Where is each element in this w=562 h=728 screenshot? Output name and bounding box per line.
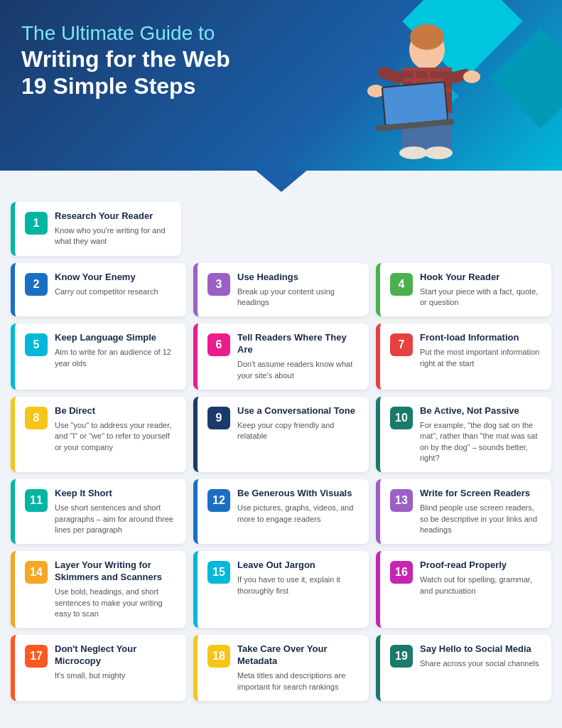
card-title-16: Proof-read Properly <box>420 560 541 572</box>
card-title-3: Use Headings <box>237 272 359 284</box>
step-card-14: 14 Layer Your Writing for Skimmers and S… <box>11 551 186 628</box>
step-badge-13: 13 <box>390 489 413 512</box>
card-content-17: Don't Neglect Your Microcopy It's small,… <box>55 643 176 681</box>
card-desc-4: Start your piece with a fact, quote, or … <box>420 287 541 309</box>
card-title-15: Leave Out Jargon <box>237 560 359 572</box>
card-title-11: Keep It Short <box>55 488 176 500</box>
card-content-18: Take Care Over Your Metadata Meta titles… <box>237 643 359 692</box>
row-1: 1 Research Your Reader Know who you're w… <box>11 202 551 256</box>
step-badge-11: 11 <box>25 489 48 512</box>
card-content-6: Tell Readers Where They Are Don't assume… <box>237 332 359 381</box>
step-badge-17: 17 <box>25 645 48 668</box>
card-content-4: Hook Your Reader Start your piece with a… <box>420 272 541 309</box>
step-card-1: 1 Research Your Reader Know who you're w… <box>11 202 181 256</box>
card-title-17: Don't Neglect Your Microcopy <box>55 643 176 668</box>
card-desc-11: Use short sentences and short paragraphs… <box>55 503 176 535</box>
step-card-18: 18 Take Care Over Your Metadata Meta tit… <box>193 635 369 701</box>
step-card-2: 2 Know Your Enemy Carry out competitor r… <box>11 263 186 317</box>
step-badge-10: 10 <box>390 407 413 429</box>
step-badge-16: 16 <box>390 561 413 584</box>
row-5: 11 Keep It Short Use short sentences and… <box>11 479 551 544</box>
step-card-5: 5 Keep Language Simple Aim to write for … <box>11 323 186 390</box>
svg-point-10 <box>399 146 428 159</box>
header-title: The Ultimate Guide to Writing for the We… <box>21 21 320 100</box>
step-badge-6: 6 <box>207 333 230 356</box>
step-badge-2: 2 <box>25 273 48 296</box>
step-badge-9: 9 <box>207 407 230 429</box>
step-card-17: 17 Don't Neglect Your Microcopy It's sma… <box>11 635 186 701</box>
step-card-9: 9 Use a Conversational Tone Keep your co… <box>193 397 369 472</box>
card-title-6: Tell Readers Where They Are <box>237 332 359 356</box>
card-title-14: Layer Your Writing for Skimmers and Scan… <box>55 560 176 584</box>
card-desc-14: Use bold, headings, and short sentences … <box>55 587 176 619</box>
step-card-3: 3 Use Headings Break up your content usi… <box>193 263 369 317</box>
step-badge-3: 3 <box>207 273 230 296</box>
step-badge-14: 14 <box>25 561 48 584</box>
steps-grid: 1 Research Your Reader Know who you're w… <box>0 195 562 722</box>
card-content-13: Write for Screen Readers Blind people us… <box>420 488 541 535</box>
row-7: 17 Don't Neglect Your Microcopy It's sma… <box>11 635 551 701</box>
step-badge-19: 19 <box>390 645 413 668</box>
step-card-16: 16 Proof-read Properly Watch out for spe… <box>376 551 551 628</box>
step-card-8: 8 Be Direct Use "you" to address your re… <box>11 397 186 472</box>
card-title-18: Take Care Over Your Metadata <box>237 643 359 668</box>
step-badge-18: 18 <box>207 645 230 668</box>
row-4: 8 Be Direct Use "you" to address your re… <box>11 397 551 472</box>
step-card-19: 19 Say Hello to Social Media Share acros… <box>376 635 551 701</box>
card-desc-3: Break up your content using headings <box>237 287 359 309</box>
step-badge-7: 7 <box>390 333 413 356</box>
card-desc-2: Carry out competitor research <box>55 287 176 297</box>
step-card-4: 4 Hook Your Reader Start your piece with… <box>376 263 551 317</box>
card-desc-6: Don't assume readers know what your site… <box>237 359 359 381</box>
step-card-6: 6 Tell Readers Where They Are Don't assu… <box>193 323 369 390</box>
card-content-14: Layer Your Writing for Skimmers and Scan… <box>55 560 176 619</box>
card-desc-15: If you have to use it, explain it thorou… <box>237 574 359 596</box>
step-badge-12: 12 <box>207 489 230 512</box>
header: The Ultimate Guide to Writing for the We… <box>0 0 562 171</box>
row-6: 14 Layer Your Writing for Skimmers and S… <box>11 551 551 628</box>
card-title-19: Say Hello to Social Media <box>420 643 541 655</box>
step-badge-1: 1 <box>25 212 48 235</box>
step-card-12: 12 Be Generous With Visuals Use pictures… <box>193 479 369 544</box>
card-content-1: Research Your Reader Know who you're wri… <box>55 210 171 247</box>
step-card-15: 15 Leave Out Jargon If you have to use i… <box>193 551 369 628</box>
card-content-12: Be Generous With Visuals Use pictures, g… <box>237 488 359 525</box>
card-content-15: Leave Out Jargon If you have to use it, … <box>237 560 359 596</box>
card-title-10: Be Active, Not Passive <box>420 405 541 417</box>
card-desc-1: Know who you're writing for and what the… <box>55 225 171 247</box>
header-title-line1: Writing for the Web <box>21 46 320 73</box>
card-title-9: Use a Conversational Tone <box>237 405 359 417</box>
step-card-13: 13 Write for Screen Readers Blind people… <box>376 479 551 544</box>
card-desc-12: Use pictures, graphs, videos, and more t… <box>237 503 359 525</box>
header-subtitle: The Ultimate Guide to <box>21 22 215 44</box>
row-2: 2 Know Your Enemy Carry out competitor r… <box>11 263 551 317</box>
card-desc-8: Use "you" to address your reader, and "I… <box>55 420 176 453</box>
card-content-11: Keep It Short Use short sentences and sh… <box>55 488 176 535</box>
step-card-7: 7 Front-load Information Put the most im… <box>376 323 551 390</box>
card-content-8: Be Direct Use "you" to address your read… <box>55 405 176 453</box>
card-desc-19: Share across your social channels <box>420 658 541 669</box>
card-content-2: Know Your Enemy Carry out competitor res… <box>55 272 176 297</box>
card-content-10: Be Active, Not Passive For example, "the… <box>420 405 541 464</box>
row-3: 5 Keep Language Simple Aim to write for … <box>11 323 551 390</box>
arrow-indicator <box>0 169 562 195</box>
card-desc-5: Aim to write for an audience of 12 year … <box>55 347 176 369</box>
card-title-12: Be Generous With Visuals <box>237 488 359 500</box>
card-content-5: Keep Language Simple Aim to write for an… <box>55 332 176 369</box>
card-title-7: Front-load Information <box>420 332 541 344</box>
card-title-1: Research Your Reader <box>55 210 171 223</box>
card-title-2: Know Your Enemy <box>55 272 176 284</box>
header-content: The Ultimate Guide to Writing for the We… <box>21 21 541 100</box>
step-badge-5: 5 <box>25 333 48 356</box>
header-title-line2: 19 Simple Steps <box>21 73 195 99</box>
card-content-7: Front-load Information Put the most impo… <box>420 332 541 369</box>
card-title-13: Write for Screen Readers <box>420 488 541 500</box>
card-desc-13: Blind people use screen readers, so be d… <box>420 503 541 535</box>
step-card-10: 10 Be Active, Not Passive For example, "… <box>376 397 551 472</box>
card-desc-10: For example, "the dog sat on the mat", r… <box>420 420 541 464</box>
card-content-16: Proof-read Properly Watch out for spelli… <box>420 560 541 596</box>
step-badge-4: 4 <box>390 273 413 296</box>
svg-point-11 <box>424 146 453 159</box>
card-desc-18: Meta titles and descriptions are importa… <box>237 670 359 692</box>
card-content-19: Say Hello to Social Media Share across y… <box>420 643 541 669</box>
